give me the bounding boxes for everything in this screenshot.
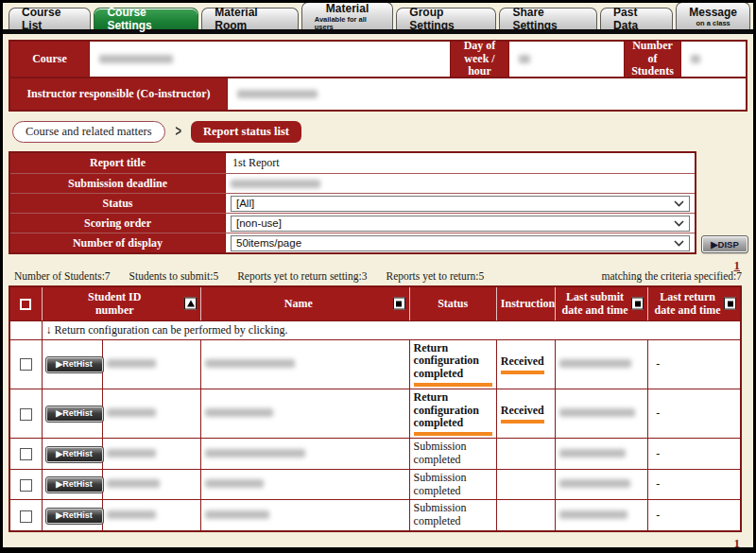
number-of-students-label: Number of Students: [625, 42, 681, 77]
filter-label: Number of display: [10, 233, 226, 252]
rethist-button[interactable]: ▶RetHist: [46, 406, 103, 422]
select-current-value: [All]: [236, 198, 254, 209]
filter-select[interactable]: [non-use]: [231, 216, 690, 232]
filter-value-cell: [non-use]: [226, 214, 695, 233]
disp-button[interactable]: ▶DISP: [702, 236, 747, 252]
table-row: ▶RetHist Return configuration completed …: [9, 339, 741, 389]
last-submit-redacted: [559, 449, 626, 458]
tab[interactable]: Message on a class: [676, 2, 750, 29]
checkbox-cell: [9, 500, 42, 531]
last-return-cell: -: [648, 339, 741, 389]
instruction-text: Received: [501, 404, 544, 417]
filter-row: Number of display 50items/page: [10, 233, 695, 252]
student-id-redacted: [107, 408, 156, 417]
last-return-cell: -: [648, 439, 741, 470]
last-submit-cell: [555, 500, 647, 531]
tab[interactable]: Course List: [9, 8, 91, 29]
summary-item: Reports yet to return:5: [387, 270, 485, 282]
name-cell: [201, 469, 410, 500]
rethist-button[interactable]: ▶RetHist: [46, 509, 103, 524]
row-checkbox[interactable]: [20, 510, 32, 523]
sort-ascending-icon[interactable]: [184, 298, 197, 310]
report-status-page: { "colors": { "dark_red": "#9b1b1b", "ac…: [0, 0, 756, 553]
summary-item: Number of Students:7: [14, 270, 111, 282]
summary-bar: Number of Students:7Students to submit:5…: [14, 270, 742, 285]
tab-label: Past Data: [613, 6, 660, 32]
name-header[interactable]: Name: [201, 286, 410, 320]
breadcrumb-parent-link[interactable]: Course and related matters: [12, 121, 165, 143]
instruction-cell: [496, 500, 555, 531]
tab[interactable]: Material Available for all users: [301, 2, 394, 29]
row-checkbox[interactable]: [20, 408, 32, 421]
student-id-header[interactable]: Student ID number: [42, 286, 200, 320]
row-checkbox[interactable]: [20, 479, 32, 492]
select-all-checkbox[interactable]: [20, 299, 31, 310]
last-submit-redacted: [559, 479, 630, 488]
pagination-top: 1: [3, 256, 753, 270]
dropdown-chevron-icon: [674, 198, 684, 209]
student-name-redacted: [205, 510, 269, 519]
status-cell[interactable]: Submission completed: [409, 439, 496, 470]
tab[interactable]: Course Settings: [94, 8, 198, 29]
summary-matching: matching the criteria specified:7: [602, 270, 742, 285]
breadcrumb-current: Report status list: [191, 121, 301, 143]
sort-icon[interactable]: [631, 298, 644, 310]
row-checkbox[interactable]: [20, 358, 32, 371]
last-return-cell: -: [648, 500, 741, 531]
student-id-redacted: [107, 479, 160, 488]
rethist-cell: ▶RetHist: [42, 339, 102, 389]
status-text: Return configuration completed: [414, 390, 479, 430]
status-cell[interactable]: Return configuration completed: [409, 389, 496, 438]
status-cell[interactable]: Submission completed: [409, 500, 496, 531]
table-note-row: ↓ Return configuration can be performed …: [9, 320, 741, 339]
course-name-redacted: [99, 55, 173, 63]
name-cell: [201, 439, 410, 470]
sort-icon[interactable]: [724, 298, 736, 310]
status-header: Status: [409, 286, 496, 320]
pagination-bottom: 1: [3, 534, 753, 548]
tab[interactable]: Group Settings: [396, 8, 496, 29]
last-submit-header-label: Last submit date and time: [562, 290, 628, 317]
filter-value-cell: 50items/page: [226, 233, 695, 252]
table-header-row: Student ID number Name Status Instructio…: [9, 286, 741, 320]
day-of-week-redacted: [519, 55, 530, 63]
tab[interactable]: Share Settings: [499, 8, 597, 29]
instruction-cell: [496, 439, 555, 470]
status-cell[interactable]: Return configuration completed: [409, 339, 496, 389]
last-submit-cell: [555, 339, 647, 389]
instruction-header: Instruction: [496, 286, 555, 320]
summary-item: Reports yet to return setting:3: [237, 270, 367, 282]
checkbox-cell: [9, 389, 42, 438]
last-submit-header[interactable]: Last submit date and time: [555, 286, 647, 320]
highlight-underline: [501, 420, 544, 423]
filter-select[interactable]: [All]: [231, 196, 690, 212]
sort-icon[interactable]: [393, 298, 405, 310]
select-current-value: [non-use]: [236, 217, 282, 229]
last-return-value: -: [652, 509, 660, 522]
page-1-link-bottom[interactable]: 1: [734, 536, 741, 550]
table-row: ▶RetHist Return configuration completed …: [9, 389, 741, 438]
tab[interactable]: Past Data: [600, 8, 673, 29]
rethist-cell: ▶RetHist: [42, 469, 102, 500]
last-submit-cell: [555, 389, 647, 438]
rethist-button[interactable]: ▶RetHist: [46, 357, 103, 372]
instruction-cell: Received: [496, 389, 555, 438]
student-name-redacted: [205, 479, 264, 488]
filter-label: Submission deadline: [10, 174, 226, 193]
course-info-row-1: Course Day of week / hour Number of Stud…: [10, 42, 746, 77]
last-return-value: -: [652, 447, 660, 460]
filter-select[interactable]: 50items/page: [231, 235, 690, 251]
rethist-cell: ▶RetHist: [42, 500, 102, 531]
status-cell[interactable]: Submission completed: [409, 469, 496, 500]
checkbox-cell: [9, 439, 42, 470]
last-return-header[interactable]: Last return date and time: [648, 286, 741, 320]
rethist-button[interactable]: ▶RetHist: [46, 447, 103, 462]
highlight-underline: [501, 371, 544, 374]
last-submit-cell: [555, 439, 647, 470]
rethist-button[interactable]: ▶RetHist: [46, 477, 103, 493]
tab[interactable]: Material Room: [201, 8, 298, 29]
filter-label: Scoring order: [10, 214, 226, 233]
student-id-redacted: [107, 359, 156, 368]
row-checkbox[interactable]: [20, 448, 32, 460]
student-name-redacted: [205, 449, 305, 458]
